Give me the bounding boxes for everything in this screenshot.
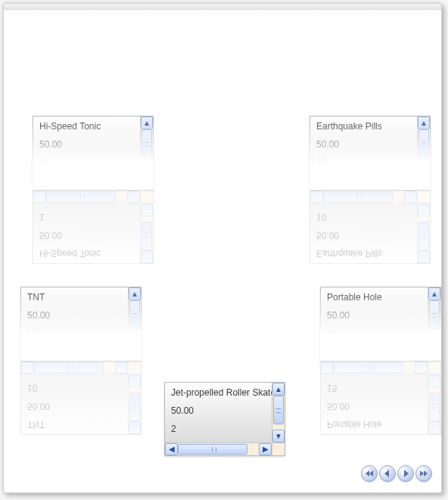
next-button[interactable] [397, 465, 414, 482]
vscroll-track[interactable] [141, 129, 153, 163]
vscroll-thumb[interactable] [142, 129, 152, 158]
chevron-left-icon: ◀ [169, 446, 175, 453]
scroll-down-button[interactable]: ▼ [272, 430, 285, 443]
chevron-right-icon [401, 469, 410, 478]
card-panel[interactable]: Jet-propelled Roller Skates 50.00 2 ▲ ▼ … [164, 382, 285, 456]
product-name: Jet-propelled Roller Skates [171, 387, 266, 398]
card-panel[interactable]: Earthquake Pills 50.00 10 ▲ ▼ ◀ ▶ [310, 116, 431, 190]
scroll-right-button[interactable]: ▶ [259, 443, 272, 455]
chevron-down-icon: ▼ [143, 166, 151, 174]
vscroll-thumb[interactable] [429, 300, 440, 329]
vertical-scrollbar[interactable]: ▲ ▼ [128, 287, 141, 347]
vscroll-thumb[interactable] [418, 129, 429, 158]
hscroll-thumb[interactable] [178, 444, 247, 455]
vscroll-track[interactable] [272, 396, 285, 430]
scroll-down-button[interactable]: ▼ [141, 163, 153, 176]
horizontal-scrollbar[interactable]: ◀ ▶ [33, 176, 140, 189]
hscroll-track[interactable] [334, 348, 415, 360]
card-body: Hi-Speed Tonic 50.00 1 [33, 116, 140, 176]
product-price: 50.00 [171, 405, 266, 416]
vertical-scrollbar[interactable]: ▲ ▼ [140, 116, 153, 176]
double-chevron-left-icon [365, 469, 374, 478]
scroll-left-button[interactable]: ◀ [321, 348, 334, 360]
scroll-left-button[interactable]: ◀ [165, 443, 178, 455]
chevron-left-icon: ◀ [314, 179, 320, 187]
hscroll-track[interactable] [178, 443, 259, 455]
last-button[interactable] [415, 465, 432, 482]
vscroll-thumb[interactable] [129, 300, 140, 329]
prev-button[interactable] [379, 465, 396, 482]
hscroll-track[interactable] [46, 177, 127, 189]
product-qty: 1 [39, 157, 134, 168]
product-price: 50.00 [327, 310, 422, 321]
horizontal-scrollbar[interactable]: ◀ ▶ [21, 347, 128, 360]
vscroll-track[interactable] [418, 129, 430, 163]
vscroll-thumb[interactable] [273, 396, 284, 424]
product-qty: 15 [327, 328, 422, 339]
scroll-left-button[interactable]: ◀ [310, 177, 323, 189]
carousel-canvas: Hi-Speed Tonic 50.00 1 ▲ ▼ ◀ ▶ [4, 10, 441, 488]
hscroll-thumb[interactable] [334, 349, 403, 359]
scroll-down-button[interactable]: ▼ [428, 334, 440, 347]
chevron-right-icon: ▶ [418, 350, 425, 358]
hscroll-track[interactable] [34, 348, 115, 360]
chevron-right-icon: ▶ [263, 446, 269, 453]
chevron-up-icon: ▲ [143, 120, 151, 127]
chevron-up-icon: ▲ [275, 386, 282, 393]
scroll-up-button[interactable]: ▲ [418, 116, 430, 129]
card-panel[interactable]: TNT 50.00 10 ▲ ▼ ◀ ▶ [20, 287, 142, 361]
product-card: Jet-propelled Roller Skates 50.00 2 ▲ ▼ … [164, 382, 285, 456]
card-body: TNT 50.00 10 [21, 287, 128, 347]
hscroll-track[interactable] [323, 177, 404, 189]
vertical-scrollbar[interactable]: ▲ ▼ [272, 383, 285, 443]
chevron-down-icon: ▼ [275, 433, 282, 440]
scroll-right-button[interactable]: ▶ [127, 177, 140, 189]
card-panel[interactable]: Portable Hole 50.00 15 ▲ ▼ ◀ ▶ [320, 287, 441, 361]
product-card: Earthquake Pills 50.00 10 ▲ ▼ ◀ ▶ [310, 116, 431, 264]
first-button[interactable] [361, 465, 378, 482]
horizontal-scrollbar[interactable]: ◀ ▶ [310, 176, 417, 189]
scroll-up-button[interactable]: ▲ [428, 287, 440, 300]
hscroll-thumb[interactable] [34, 349, 104, 359]
chevron-up-icon: ▲ [131, 290, 138, 298]
window-titlebar[interactable] [4, 4, 441, 10]
scroll-up-button[interactable]: ▲ [129, 287, 141, 300]
scroll-corner [272, 443, 285, 455]
scroll-down-button[interactable]: ▼ [418, 163, 430, 176]
chevron-right-icon: ▶ [408, 179, 414, 187]
scroll-down-button[interactable]: ▼ [129, 334, 141, 347]
double-chevron-right-icon [419, 469, 428, 478]
vscroll-track[interactable] [129, 300, 141, 334]
card-panel[interactable]: Hi-Speed Tonic 50.00 1 ▲ ▼ ◀ ▶ [33, 116, 154, 190]
scroll-corner [417, 176, 430, 189]
card-body: Portable Hole 50.00 15 [321, 287, 428, 347]
scroll-left-button[interactable]: ◀ [21, 348, 34, 360]
chevron-left-icon: ◀ [25, 350, 31, 358]
vertical-scrollbar[interactable]: ▲ ▼ [428, 287, 440, 347]
product-name: Earthquake Pills [316, 121, 411, 132]
scroll-up-button[interactable]: ▲ [141, 116, 153, 129]
product-name: TNT [27, 292, 122, 303]
product-name: Hi-Speed Tonic [39, 121, 134, 132]
scroll-corner [428, 347, 440, 360]
scroll-right-button[interactable]: ▶ [415, 348, 428, 360]
chevron-down-icon: ▼ [431, 337, 438, 345]
chevron-up-icon: ▲ [431, 290, 438, 298]
product-price: 50.00 [316, 139, 411, 150]
vscroll-track[interactable] [428, 300, 440, 334]
card-body: Earthquake Pills 50.00 10 [310, 116, 417, 176]
product-name: Portable Hole [327, 292, 422, 303]
horizontal-scrollbar[interactable]: ◀ ▶ [321, 347, 428, 360]
product-price: 50.00 [39, 139, 134, 150]
hscroll-thumb[interactable] [46, 178, 116, 188]
horizontal-scrollbar[interactable]: ◀ ▶ [165, 443, 272, 455]
vertical-scrollbar[interactable]: ▲ ▼ [417, 116, 430, 176]
product-qty: 2 [171, 424, 266, 434]
scroll-right-button[interactable]: ▶ [404, 177, 417, 189]
product-card: TNT 50.00 10 ▲ ▼ ◀ ▶ [20, 287, 142, 435]
scroll-up-button[interactable]: ▲ [272, 383, 285, 396]
chevron-right-icon: ▶ [119, 350, 125, 358]
scroll-right-button[interactable]: ▶ [115, 348, 128, 360]
hscroll-thumb[interactable] [323, 178, 393, 188]
scroll-left-button[interactable]: ◀ [33, 177, 46, 189]
